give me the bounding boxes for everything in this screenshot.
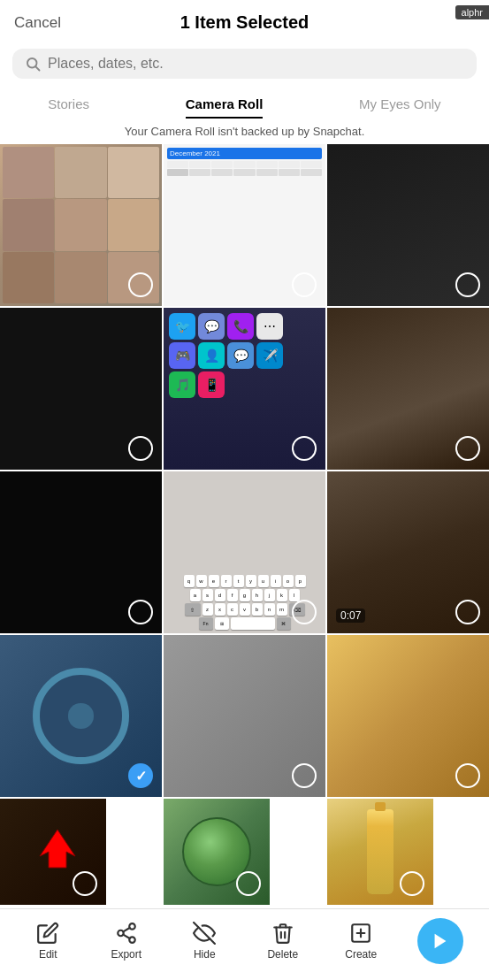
export-icon: [115, 922, 138, 945]
edit-label: Edit: [39, 948, 57, 961]
grid-item-12[interactable]: [0, 799, 106, 905]
tab-my-eyes-only[interactable]: My Eyes Only: [359, 91, 441, 119]
svg-line-6: [123, 935, 129, 938]
selection-circle-8[interactable]: [455, 600, 480, 624]
grid-item-4[interactable]: 🐦 💬 📞 ⋯ 🎮 👤 💬 ✈️ 🎵 📱: [164, 308, 325, 470]
send-button[interactable]: [417, 918, 463, 964]
grid-item-5[interactable]: [327, 308, 489, 470]
export-button[interactable]: Export: [104, 922, 149, 961]
cancel-button[interactable]: Cancel: [14, 14, 61, 32]
delete-icon: [271, 922, 294, 945]
selection-circle-2[interactable]: [455, 272, 480, 297]
hide-icon: [193, 922, 216, 945]
grid-item-10[interactable]: [164, 635, 325, 797]
grid-item-13[interactable]: [164, 799, 270, 905]
delete-button[interactable]: Delete: [261, 922, 305, 961]
grid-item-0[interactable]: [0, 144, 162, 306]
selection-circle-7[interactable]: [292, 600, 317, 624]
selection-circle-4[interactable]: [292, 436, 317, 461]
video-duration-badge: 0:07: [336, 609, 365, 623]
svg-line-1: [35, 66, 39, 70]
create-label: Create: [345, 948, 377, 961]
bottom-toolbar: Edit Export Hide Delete: [0, 908, 489, 980]
selection-circle-12[interactable]: [73, 871, 97, 896]
selection-circle-13[interactable]: [236, 871, 261, 896]
selection-circle-9[interactable]: [128, 763, 153, 788]
grid-item-8[interactable]: 0:07: [327, 471, 489, 633]
svg-line-7: [123, 928, 129, 931]
grid-item-3[interactable]: [0, 308, 162, 470]
export-label: Export: [111, 948, 141, 961]
grid-item-6[interactable]: [0, 471, 162, 633]
photo-grid: December 2021: [0, 144, 489, 905]
grid-item-7[interactable]: q w e r t y u i o p a s d f g h j k l: [164, 471, 325, 633]
send-icon: [431, 931, 450, 951]
search-icon: [25, 56, 41, 72]
grid-item-11[interactable]: [327, 635, 489, 797]
selection-circle-11[interactable]: [455, 763, 480, 788]
grid-item-1[interactable]: December 2021: [164, 144, 325, 306]
grid-item-14[interactable]: [327, 799, 433, 905]
selection-circle-3[interactable]: [128, 436, 153, 461]
selection-circle-1[interactable]: [292, 272, 317, 297]
page-title: 1 Item Selected: [180, 12, 309, 33]
search-input[interactable]: [48, 56, 464, 72]
edit-icon: [36, 922, 59, 945]
create-icon: [349, 922, 372, 945]
grid-item-9[interactable]: [0, 635, 162, 797]
top-bar: Cancel 1 Item Selected: [0, 0, 489, 42]
red-arrow-icon: [35, 825, 80, 869]
tab-bar: Stories Camera Roll My Eyes Only: [0, 86, 489, 119]
tab-camera-roll[interactable]: Camera Roll: [186, 91, 264, 119]
svg-marker-2: [40, 830, 75, 868]
selection-circle-14[interactable]: [400, 871, 424, 896]
create-button[interactable]: Create: [339, 922, 383, 961]
delete-label: Delete: [267, 948, 298, 961]
selection-circle-6[interactable]: [128, 600, 153, 624]
grid-item-2[interactable]: [327, 144, 489, 306]
hide-label: Hide: [194, 948, 216, 961]
tab-stories[interactable]: Stories: [48, 91, 89, 119]
edit-button[interactable]: Edit: [26, 922, 70, 961]
svg-marker-12: [434, 934, 446, 949]
selection-circle-5[interactable]: [455, 436, 480, 461]
backup-notice: Your Camera Roll isn't backed up by Snap…: [0, 119, 489, 142]
search-bar: [12, 49, 477, 79]
selection-circle-10[interactable]: [292, 763, 317, 788]
selection-circle-0[interactable]: [128, 272, 153, 297]
hide-button[interactable]: Hide: [182, 922, 226, 961]
